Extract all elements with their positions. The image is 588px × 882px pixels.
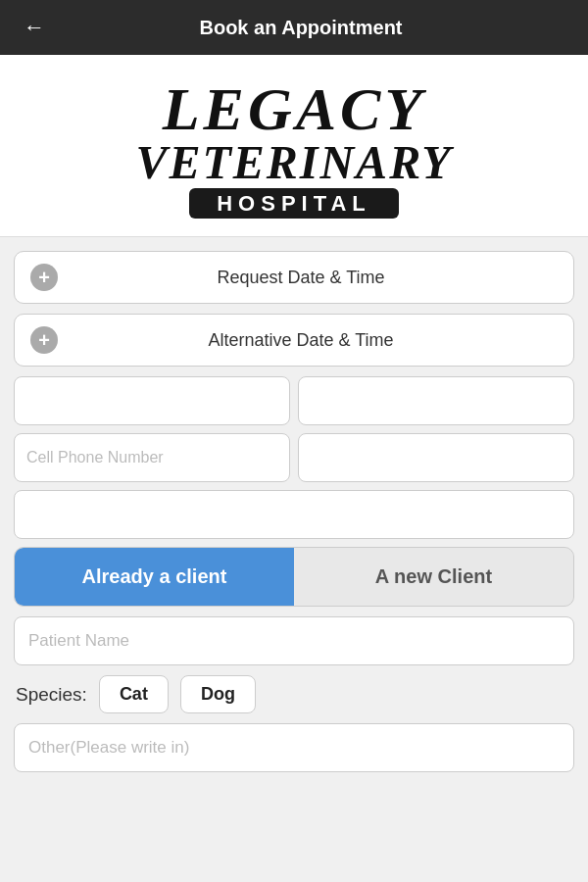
request-date-label: Request Date & Time	[72, 268, 558, 288]
extra-field-input[interactable]	[298, 433, 574, 482]
patient-name-input[interactable]	[14, 616, 574, 665]
page-title: Book an Appointment	[69, 17, 533, 39]
alternative-date-button[interactable]: + Alternative Date & Time	[14, 314, 574, 367]
already-client-button[interactable]: Already a client	[15, 548, 294, 606]
logo-hospital: HOSPITAL	[217, 192, 371, 215]
plus-icon-alt: +	[30, 326, 58, 354]
back-button[interactable]: ←	[16, 11, 53, 44]
last-name-input[interactable]	[298, 376, 574, 425]
logo: LEGACY VETERINARY HOSPITAL	[135, 78, 452, 219]
alternative-date-label: Alternative Date & Time	[72, 330, 558, 351]
email-input[interactable]	[14, 490, 574, 539]
cell-phone-input[interactable]	[14, 433, 290, 482]
cat-button[interactable]: Cat	[99, 675, 169, 713]
dog-button[interactable]: Dog	[180, 675, 256, 713]
plus-icon: +	[30, 264, 58, 291]
logo-hospital-box: HOSPITAL	[189, 188, 399, 219]
logo-legacy: LEGACY	[163, 78, 426, 139]
name-row	[14, 376, 574, 425]
header: ← Book an Appointment	[0, 0, 588, 55]
first-name-input[interactable]	[14, 376, 290, 425]
phone-row	[14, 433, 574, 482]
client-toggle: Already a client A new Client	[14, 547, 574, 607]
new-client-button[interactable]: A new Client	[294, 548, 573, 606]
logo-veterinary: VETERINARY	[135, 139, 452, 186]
other-species-input[interactable]	[14, 723, 574, 772]
species-label: Species:	[16, 684, 87, 706]
logo-area: LEGACY VETERINARY HOSPITAL	[0, 55, 588, 237]
form-area: + Request Date & Time + Alternative Date…	[0, 237, 588, 786]
species-row: Species: Cat Dog	[14, 675, 574, 713]
request-date-button[interactable]: + Request Date & Time	[14, 251, 574, 304]
